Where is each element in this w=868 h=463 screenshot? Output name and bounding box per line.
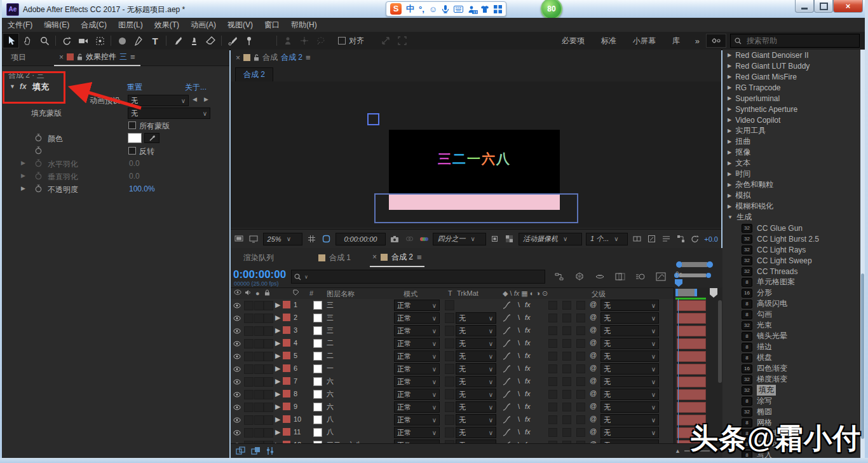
layer-draft-icon[interactable]: \	[518, 301, 520, 308]
mode-column-label[interactable]: 模式	[403, 289, 417, 299]
layer-switch-slot[interactable]	[576, 326, 585, 335]
next-preset-icon[interactable]: ▶	[204, 96, 208, 102]
layer-switch-slot[interactable]	[576, 352, 585, 361]
layer-visibility-icon[interactable]	[233, 303, 241, 308]
parent-pickwhip-icon[interactable]: @	[590, 364, 597, 371]
effects-group[interactable]: ▶模糊和锐化	[722, 201, 860, 212]
layer-lock-slot[interactable]	[264, 301, 273, 310]
color-swatch[interactable]	[128, 133, 142, 143]
layer-switch-slot[interactable]	[576, 364, 585, 373]
fast-previews-icon[interactable]	[646, 234, 657, 244]
layer-fx-icon[interactable]: fx	[525, 377, 531, 385]
layer-lock-slot[interactable]	[264, 403, 273, 412]
ime-toolbar[interactable]: S 中 °, ☺ 13	[386, 1, 506, 17]
menu-item[interactable]: 编辑(E)	[38, 20, 75, 31]
collapse-arrow-icon[interactable]: ▶	[728, 95, 731, 101]
workspace-tab[interactable]: 标准	[601, 36, 616, 46]
layer-lock-slot[interactable]	[264, 415, 273, 425]
effects-group[interactable]: ▶时间	[722, 169, 860, 179]
ime-keyboard-icon[interactable]	[454, 6, 463, 13]
collapse-arrow-icon[interactable]: ▶	[728, 139, 731, 144]
layer-switch-slot[interactable]	[548, 403, 557, 411]
collapse-arrow-icon[interactable]: ▶	[728, 85, 731, 90]
menu-item[interactable]: 图层(L)	[112, 20, 149, 31]
layer-parent-dropdown[interactable]: 无∨	[600, 300, 659, 311]
layer-mode-dropdown[interactable]: 正常∨	[394, 414, 440, 425]
collapse-arrow-icon[interactable]: ▼	[728, 214, 733, 220]
layer-expand-icon[interactable]: ▶	[275, 390, 280, 398]
layer-lock-slot[interactable]	[264, 326, 273, 336]
menu-item[interactable]: 效果(T)	[149, 20, 185, 31]
tab-composition[interactable]: × 合成 合成 2 ≡	[231, 50, 316, 66]
layer-fx-icon[interactable]: fx	[525, 314, 531, 321]
frame-blend-icon[interactable]	[614, 272, 626, 282]
layer-expand-icon[interactable]: ▶	[275, 301, 280, 309]
layer-switch-slot[interactable]	[562, 339, 571, 348]
preserve-transparency-slot[interactable]	[445, 427, 454, 438]
table-row[interactable]: ▶7六正常∨无∨\fx@无∨	[231, 375, 674, 389]
brush-tool[interactable]	[170, 34, 185, 48]
timeline-vscrollbar[interactable]	[718, 300, 722, 383]
layer-parent-dropdown[interactable]: 无∨	[600, 414, 659, 425]
layer-expand-icon[interactable]: ▶	[275, 428, 280, 436]
layer-mode-dropdown[interactable]: 正常∨	[394, 389, 440, 400]
preserve-transparency-slot[interactable]	[445, 300, 454, 310]
selection-tool[interactable]	[3, 33, 19, 48]
layer-audio-slot[interactable]	[244, 428, 254, 438]
tab-comp1[interactable]: 合成 1	[318, 252, 351, 263]
layer-duration-bar[interactable]	[677, 364, 706, 375]
layer-draft-icon[interactable]: \	[518, 326, 520, 334]
menu-item[interactable]: 窗口	[259, 20, 285, 31]
layer-quality-icon[interactable]	[503, 365, 511, 373]
collapse-arrow-icon[interactable]: ▶	[728, 193, 731, 198]
layer-parent-dropdown[interactable]: 无∨	[600, 350, 659, 362]
layer-lock-slot[interactable]	[264, 364, 273, 374]
layer-mode-dropdown[interactable]: 正常∨	[394, 427, 440, 438]
graph-editor-icon[interactable]	[655, 272, 667, 282]
layer-name[interactable]: 二	[327, 351, 334, 361]
layer-label-color[interactable]	[283, 377, 290, 385]
layer-switch-slot[interactable]	[548, 377, 557, 386]
layer-trkmat-dropdown[interactable]: 无∨	[456, 401, 496, 413]
layer-switch-slot[interactable]	[576, 428, 585, 437]
effects-group[interactable]: ▶RG Trapcode	[722, 82, 860, 93]
tab-render-queue[interactable]: 渲染队列	[243, 252, 274, 263]
layer-draft-icon[interactable]: \	[518, 428, 520, 436]
motion-blur-icon[interactable]	[635, 272, 646, 282]
layer-label-color[interactable]	[283, 403, 290, 410]
workspace-overflow[interactable]: »	[695, 36, 700, 46]
ime-emoji-icon[interactable]: ☺	[429, 4, 437, 14]
layer-mode-dropdown[interactable]: 正常∨	[394, 376, 440, 387]
menu-item[interactable]: 帮助(H)	[285, 20, 323, 31]
layer-draft-icon[interactable]: \	[518, 415, 520, 423]
layer-switch-slot[interactable]	[562, 403, 571, 411]
layer-fx-icon[interactable]: fx	[525, 352, 531, 359]
close-button[interactable]: ×	[833, 0, 863, 13]
layer-switch-slot[interactable]	[576, 377, 585, 386]
effects-item[interactable]: 32CC Light Burst 2.5	[722, 233, 860, 244]
preserve-transparency-slot[interactable]	[445, 402, 454, 412]
layer-expand-icon[interactable]: ▶	[275, 352, 280, 360]
previous-preset-icon[interactable]: ◀	[193, 96, 197, 102]
shape-tool[interactable]	[114, 34, 130, 48]
layer-switch-slot[interactable]	[562, 364, 571, 373]
collapse-arrow-icon[interactable]: ▶	[728, 52, 731, 58]
preserve-transparency-slot[interactable]	[445, 351, 454, 361]
layer-solo-slot[interactable]	[254, 390, 264, 399]
layer-visibility-icon[interactable]	[233, 404, 241, 410]
layer-trkmat-dropdown[interactable]: 无∨	[456, 427, 496, 438]
layer-audio-slot[interactable]	[244, 403, 254, 412]
layer-expand-icon[interactable]: ▶	[275, 314, 280, 322]
layer-parent-dropdown[interactable]: 无∨	[600, 389, 659, 400]
layer-switch-slot[interactable]	[548, 301, 557, 310]
layer-solo-slot[interactable]	[254, 428, 264, 438]
table-row[interactable]: ▶9六正常∨无∨\fx@无∨	[231, 401, 674, 414]
table-row[interactable]: ▶3三正常∨无∨\fx@无∨	[231, 324, 674, 338]
table-row[interactable]: ▶5二正常∨无∨\fx@无∨	[231, 350, 674, 363]
layer-expand-icon[interactable]: ▶	[275, 364, 280, 373]
expand-arrow-icon[interactable]: ▶	[21, 185, 25, 191]
layer-quality-icon[interactable]	[503, 390, 511, 398]
effects-item[interactable]: 32CC Threads	[722, 266, 860, 277]
layer-duration-bar[interactable]	[677, 402, 706, 413]
table-row[interactable]: ▶2三正常∨无∨\fx@无∨	[231, 312, 674, 325]
